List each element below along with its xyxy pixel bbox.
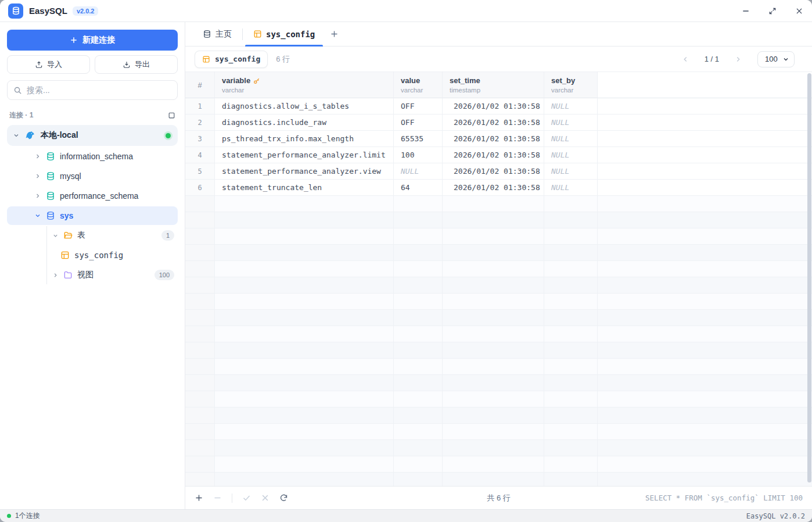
empty-row — [185, 375, 812, 391]
tables-folder-item[interactable]: 表 1 — [50, 226, 178, 245]
status-bar: 1个连接 EasySQL v2.0.2 — [0, 509, 812, 522]
column-name: variable — [222, 76, 250, 85]
new-tab-button[interactable] — [330, 30, 339, 38]
grid-body: 1diagnostics.allow_i_s_tablesOFF2026/01/… — [185, 98, 812, 196]
search-input[interactable] — [27, 85, 171, 95]
value-cell[interactable]: 100 — [394, 147, 443, 163]
vertical-scrollbar[interactable] — [807, 73, 811, 482]
chevron-right-icon[interactable] — [34, 192, 41, 199]
tab-sys-config[interactable]: sys_config — [245, 22, 323, 47]
db-label: sys — [60, 211, 73, 220]
database-icon — [46, 152, 55, 161]
table-row[interactable]: 5statement_performance_analyzer.viewNULL… — [185, 163, 812, 180]
set-by-cell[interactable]: NULL — [544, 147, 598, 163]
chevron-right-icon[interactable] — [34, 153, 41, 160]
prev-page-button[interactable] — [681, 55, 689, 63]
row-number-cell[interactable]: 1 — [185, 98, 215, 115]
set-time-cell[interactable]: 2026/01/02 01:30:58 — [443, 131, 544, 147]
column-header-set-time[interactable]: set_time timestamp — [443, 72, 544, 98]
grid-empty-rows — [185, 196, 812, 486]
pager: 1 / 1 100 — [681, 51, 795, 67]
variable-cell[interactable]: statement_performance_analyzer.limit — [215, 147, 394, 163]
variable-cell[interactable]: statement_performance_analyzer.view — [215, 163, 394, 180]
set-by-cell[interactable]: NULL — [544, 115, 598, 131]
grid-header-row: # variable varchar value varchar set_tim… — [185, 72, 812, 98]
db-item-information-schema[interactable]: information_schema — [7, 147, 178, 166]
db-item-sys[interactable]: sys — [7, 206, 178, 225]
maximize-button[interactable] — [768, 6, 777, 16]
set-time-cell[interactable]: 2026/01/02 01:30:58 — [443, 147, 544, 163]
table-row[interactable]: 3ps_thread_trx_info.max_length655352026/… — [185, 131, 812, 147]
set-by-cell[interactable]: NULL — [544, 180, 598, 196]
table-item-sys-config[interactable]: sys_config — [50, 246, 178, 264]
commit-button[interactable] — [242, 494, 251, 502]
sidebar: 新建连接 导入 导出 连接 · 1 — [0, 22, 185, 509]
search-box[interactable] — [7, 80, 178, 100]
add-row-button[interactable] — [195, 494, 203, 502]
variable-cell[interactable]: diagnostics.allow_i_s_tables — [215, 98, 394, 115]
search-icon — [13, 86, 22, 95]
delete-row-button[interactable] — [213, 494, 222, 502]
chevron-right-icon[interactable] — [34, 173, 41, 180]
row-number-cell[interactable]: 2 — [185, 115, 215, 131]
close-button[interactable] — [795, 6, 804, 16]
next-page-button[interactable] — [734, 55, 742, 63]
empty-row — [185, 294, 812, 310]
db-item-performance-schema[interactable]: performance_schema — [7, 187, 178, 205]
value-cell[interactable]: OFF — [394, 115, 443, 131]
chevron-down-icon[interactable] — [52, 233, 59, 239]
filler-cell — [598, 180, 812, 196]
column-header-index[interactable]: # — [185, 72, 215, 98]
variable-cell[interactable]: diagnostics.include_raw — [215, 115, 394, 131]
export-button[interactable]: 导出 — [95, 55, 178, 74]
page-size-select[interactable]: 100 — [757, 51, 795, 67]
value-cell[interactable]: OFF — [394, 98, 443, 115]
new-connection-button[interactable]: 新建连接 — [7, 30, 178, 51]
database-icon — [46, 191, 55, 201]
set-time-cell[interactable]: 2026/01/02 01:30:58 — [443, 98, 544, 115]
app-window: EasySQL v2.0.2 新建连接 导入 — [0, 0, 812, 522]
chevron-down-icon[interactable] — [34, 212, 41, 219]
collapse-all-icon[interactable] — [168, 112, 175, 119]
variable-cell[interactable]: ps_thread_trx_info.max_length — [215, 131, 394, 147]
import-label: 导入 — [47, 59, 62, 70]
column-header-set-by[interactable]: set_by varchar — [544, 72, 598, 98]
empty-row — [185, 440, 812, 456]
table-row[interactable]: 4statement_performance_analyzer.limit100… — [185, 147, 812, 163]
title-bar: EasySQL v2.0.2 — [0, 0, 812, 22]
variable-cell[interactable]: statement_truncate_len — [215, 180, 394, 196]
table-row[interactable]: 6statement_truncate_len642026/01/02 01:3… — [185, 180, 812, 196]
set-time-cell[interactable]: 2026/01/02 01:30:58 — [443, 115, 544, 131]
set-time-cell[interactable]: 2026/01/02 01:30:58 — [443, 180, 544, 196]
table-chip[interactable]: sys_config — [195, 51, 268, 68]
row-number-cell[interactable]: 4 — [185, 147, 215, 163]
discard-button[interactable] — [261, 494, 270, 502]
chevron-right-icon[interactable] — [52, 272, 59, 278]
set-time-cell[interactable]: 2026/01/02 01:30:58 — [443, 163, 544, 180]
refresh-button[interactable] — [279, 494, 288, 502]
column-header-value[interactable]: value varchar — [394, 72, 443, 98]
db-label: performance_schema — [60, 191, 138, 201]
value-cell[interactable]: NULL — [394, 163, 443, 180]
views-folder-item[interactable]: 视图 100 — [50, 266, 178, 284]
empty-row — [185, 359, 812, 375]
row-number-cell[interactable]: 3 — [185, 131, 215, 147]
db-item-mysql[interactable]: mysql — [7, 167, 178, 185]
connection-item-local[interactable]: 本地-local — [7, 125, 178, 146]
tab-home[interactable]: 主页 — [195, 22, 240, 47]
set-by-cell[interactable]: NULL — [544, 131, 598, 147]
table-row[interactable]: 2diagnostics.include_rawOFF2026/01/02 01… — [185, 115, 812, 131]
value-cell[interactable]: 65535 — [394, 131, 443, 147]
import-button[interactable]: 导入 — [7, 55, 90, 74]
filler-cell — [598, 131, 812, 147]
value-cell[interactable]: 64 — [394, 180, 443, 196]
connection-count-label: 1个连接 — [15, 511, 40, 521]
column-header-variable[interactable]: variable varchar — [215, 72, 394, 98]
row-number-cell[interactable]: 6 — [185, 180, 215, 196]
set-by-cell[interactable]: NULL — [544, 163, 598, 180]
minimize-button[interactable] — [741, 6, 750, 16]
set-by-cell[interactable]: NULL — [544, 98, 598, 115]
chevron-down-icon[interactable] — [13, 132, 20, 139]
row-number-cell[interactable]: 5 — [185, 163, 215, 180]
table-row[interactable]: 1diagnostics.allow_i_s_tablesOFF2026/01/… — [185, 98, 812, 115]
